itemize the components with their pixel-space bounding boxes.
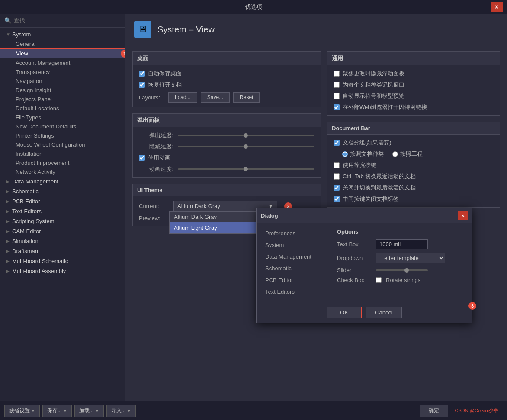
theme-preview-label: Preview: (139, 215, 169, 221)
use-animation-checkbox[interactable] (139, 155, 145, 161)
sidebar-item-default-locations[interactable]: Default Locations (0, 104, 125, 113)
sidebar-item-account-management[interactable]: Account Management (0, 58, 125, 67)
doc-group-checkbox[interactable] (334, 140, 340, 146)
defaults-arrow-icon: ▼ (31, 409, 35, 413)
equal-width-checkbox[interactable] (334, 162, 340, 168)
dialog-nav: Preferences System Data Management Schem… (262, 228, 331, 297)
sidebar-item-text-editors-label: Text Editors (12, 208, 42, 215)
dialog-ok-button[interactable]: OK (327, 307, 362, 318)
import-button[interactable]: 导入... ▼ (106, 405, 136, 417)
open-external-checkbox[interactable] (334, 104, 340, 110)
sidebar-item-network-activity[interactable]: Network Activity (0, 167, 125, 176)
sidebar-item-system-label: System (12, 31, 31, 38)
sidebar-item-view[interactable]: View 1 (0, 48, 125, 58)
sidebar-item-pcb-editor[interactable]: ▶ PCB Editor (0, 196, 125, 206)
animation-speed-track (178, 168, 314, 170)
save-settings-button[interactable]: 保存... ▼ (42, 405, 72, 417)
dialog-options: Options Text Box Dropdown Letter templat… (337, 228, 467, 297)
load-button[interactable]: Load... (168, 92, 197, 103)
animation-speed-label: 动画速度: (139, 165, 173, 173)
import-arrow-icon: ▼ (127, 409, 131, 413)
sidebar-item-schematic[interactable]: ▶ Schematic (0, 186, 125, 196)
sidebar-item-text-editors[interactable]: ▶ Text Editors (0, 206, 125, 216)
hide-panels-label: 聚焦更改时隐藏浮动面板 (343, 70, 404, 77)
search-icon: 🔍 (4, 17, 11, 24)
hide-delay-label: 隐藏延迟: (139, 143, 173, 151)
sidebar-item-design-insight[interactable]: Design Insight (0, 86, 125, 95)
close-switch-checkbox[interactable] (334, 185, 340, 191)
auto-save-checkbox[interactable] (139, 71, 145, 77)
sidebar-item-cam-label: CAM Editor (12, 228, 41, 234)
sidebar-item-file-types[interactable]: File Types (0, 113, 125, 122)
dialog-close-button[interactable]: × (458, 211, 468, 220)
radio-by-type-label[interactable]: 按照文档种类 (342, 150, 384, 158)
expand-arrow-mbs: ▶ (6, 259, 10, 263)
remember-windows-checkbox[interactable] (334, 82, 340, 88)
expand-arrow-pcb: ▶ (6, 199, 10, 204)
dialog-nav-text-editors[interactable]: Text Editors (262, 287, 331, 297)
sidebar-item-mouse-wheel[interactable]: Mouse Wheel Configuration (0, 140, 125, 149)
popup-delay-track (178, 135, 314, 136)
radio-by-project-label[interactable]: 按照工程 (392, 150, 423, 158)
hide-delay-row: 隐藏延迟: (139, 143, 314, 151)
auto-symbol-label: 自动显示符号和模型预览 (343, 92, 404, 100)
popup-delay-thumb[interactable] (244, 133, 248, 138)
sidebar-item-installation[interactable]: Installation (0, 149, 125, 158)
radio-by-project[interactable] (392, 151, 398, 157)
confirm-button[interactable]: 确定 (420, 405, 448, 417)
radio-by-type[interactable] (342, 151, 348, 157)
save-button[interactable]: Save... (201, 92, 230, 103)
sidebar-item-transparency[interactable]: Transparency (0, 67, 125, 77)
dialog-nav-pcb-editor[interactable]: PCB Editor (262, 275, 331, 285)
dialog-dropdown-select[interactable]: Letter template A4 template (376, 253, 445, 263)
reset-button[interactable]: Reset (233, 92, 260, 103)
general-section-title: 通用 (327, 52, 500, 65)
sidebar-item-simulation[interactable]: ▶ Simulation (0, 236, 125, 246)
dialog-options-title: Options (337, 228, 467, 235)
dialog-body: Preferences System Data Management Schem… (257, 223, 472, 302)
sidebar-item-scripting[interactable]: ▶ Scripting System (0, 216, 125, 226)
expand-arrow-draftsman: ▶ (6, 249, 10, 253)
sidebar-item-general[interactable]: General (0, 39, 125, 48)
hide-panels-checkbox[interactable] (334, 71, 340, 77)
search-input[interactable] (14, 17, 121, 24)
general-section-body: 聚焦更改时隐藏浮动面板 为每个文档种类记忆窗口 自动显示符号和模型预览 (327, 65, 500, 115)
expand-arrow-cam: ▶ (6, 229, 10, 234)
sidebar-item-projects-panel[interactable]: Projects Panel (0, 95, 125, 104)
sidebar-item-cam-editor[interactable]: ▶ CAM Editor (0, 226, 125, 236)
dialog-cancel-button[interactable]: Cancel (366, 307, 401, 318)
dialog-textbox-input[interactable] (376, 239, 428, 249)
sidebar-item-data-management[interactable]: ▶ Data Management (0, 176, 125, 186)
animation-speed-thumb[interactable] (244, 167, 248, 171)
ctrl-tab-checkbox[interactable] (334, 173, 340, 180)
dialog-nav-schematic[interactable]: Schematic (262, 263, 331, 273)
sidebar-item-printer-settings[interactable]: Printer Settings (0, 131, 125, 140)
restore-docs-label: 恢复打开文档 (148, 81, 182, 89)
import-label: 导入... (111, 407, 126, 414)
close-switch-label: 关闭并切换到最后激活的文档 (343, 184, 416, 192)
doc-group-label: 文档分组(如果需要) (343, 139, 391, 147)
remember-windows-row: 为每个文档种类记忆窗口 (334, 81, 494, 89)
defaults-button[interactable]: 缺省设置 ▼ (4, 405, 40, 417)
sidebar-item-multiboard-assembly[interactable]: ▶ Multi-board Assembly (0, 266, 125, 276)
sidebar-item-new-document-defaults[interactable]: New Document Defaults (0, 122, 125, 131)
window-close-button[interactable]: × (491, 2, 503, 12)
dialog-nav-data-management[interactable]: Data Management (262, 252, 331, 262)
sidebar-item-multiboard-schematic[interactable]: ▶ Multi-board Schematic (0, 256, 125, 266)
dialog-slider-thumb[interactable] (404, 268, 409, 273)
sidebar-item-system[interactable]: ▼ System (0, 29, 125, 39)
auto-symbol-checkbox[interactable] (334, 93, 340, 99)
restore-docs-checkbox[interactable] (139, 82, 145, 88)
load-settings-button[interactable]: 加载... ▼ (74, 405, 104, 417)
dialog-nav-system[interactable]: System (262, 240, 331, 250)
expand-arrow-text: ▶ (6, 209, 10, 214)
sidebar-item-navigation[interactable]: Navigation (0, 77, 125, 86)
dialog-nav-preferences[interactable]: Preferences (262, 228, 331, 238)
dialog-rotate-checkbox[interactable] (376, 277, 382, 283)
dialog-dropdown-row: Dropdown Letter template A4 template (337, 253, 467, 263)
hide-delay-thumb[interactable] (244, 144, 248, 149)
sidebar-item-draftsman[interactable]: ▶ Draftsman (0, 246, 125, 256)
middle-close-checkbox[interactable] (334, 196, 340, 202)
theme-current-value: Altium Dark Gray (177, 203, 220, 209)
sidebar-item-product-improvement[interactable]: Product Improvement (0, 158, 125, 167)
